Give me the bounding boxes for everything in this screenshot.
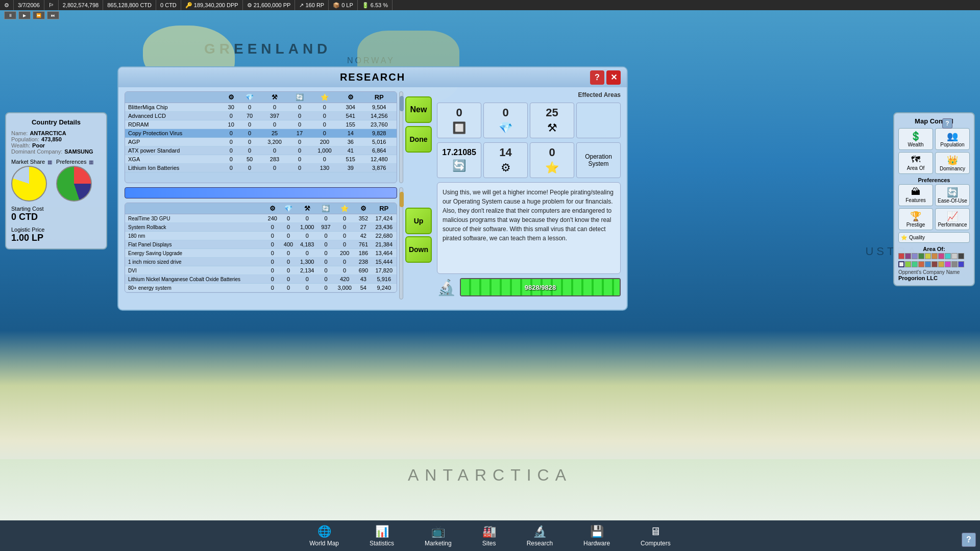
cell-c3: 0 xyxy=(297,249,318,258)
skip-button[interactable]: ⏭ xyxy=(47,11,59,19)
cell-c6: 42 xyxy=(355,232,371,240)
done-button[interactable]: Done xyxy=(405,126,432,153)
bottom-table-row-4[interactable]: Energy Saving Upgrade 0 0 0 0 200 186 13… xyxy=(125,249,397,258)
features-btn[interactable]: 🏔 Features xyxy=(898,184,933,206)
help-button-bottom[interactable]: ? xyxy=(962,533,976,547)
cell-c1: 0 xyxy=(223,155,239,164)
prestige-icon: 🏆 xyxy=(901,211,930,222)
color-lgreen[interactable] xyxy=(905,261,911,267)
up-button[interactable]: Up xyxy=(405,208,432,234)
help-button[interactable]: ? xyxy=(590,70,604,85)
computers-btn[interactable]: 🖥 Computers xyxy=(641,525,671,547)
settings-icon[interactable]: ⚙ xyxy=(0,0,14,10)
map-control-help[interactable]: ? xyxy=(942,118,952,129)
color-gray[interactable] xyxy=(951,261,958,267)
bottom-table-container: ⚙ 💎 ⚒ 🔄 ⭐ ⚙ RP RealTim xyxy=(125,203,397,293)
top-table-row-5[interactable]: ATX power Standard 0 0 0 0 1,000 41 6,86… xyxy=(125,146,397,155)
bottom-table-row-1[interactable]: System Rollback 0 0 1,000 937 0 27 23,43… xyxy=(125,223,397,232)
bottom-table-row-0[interactable]: RealTime 3D GPU 240 0 0 0 0 352 17,424 xyxy=(125,214,397,223)
area-btn[interactable]: 🗺 Area Of xyxy=(898,152,933,174)
cell-c6: 761 xyxy=(355,240,371,249)
performance-btn[interactable]: 📈 Performance xyxy=(935,208,970,230)
battery-icon: 🔋 xyxy=(362,2,369,9)
color-magenta[interactable] xyxy=(945,261,951,267)
prestige-btn[interactable]: 🏆 Prestige xyxy=(898,208,933,230)
th-star: ⭐ xyxy=(310,92,339,103)
close-button[interactable]: ✕ xyxy=(606,70,621,85)
top-table-row-7[interactable]: Lithium Ion Batteries 0 0 0 0 130 39 3,8… xyxy=(125,164,397,172)
color-blue[interactable] xyxy=(912,253,918,259)
statistics-btn[interactable]: 📊 Statistics xyxy=(370,525,394,547)
color-white[interactable] xyxy=(951,253,958,259)
top-table-row-1[interactable]: Advanced LCD 0 70 397 0 0 541 14,256 xyxy=(125,112,397,120)
bottom-table-row-8[interactable]: 80+ energy system 0 0 0 0 3,000 54 9,240 xyxy=(125,284,397,292)
top-scrollbar[interactable] xyxy=(399,91,403,183)
population-btn[interactable]: 👥 Population xyxy=(935,128,970,150)
color-red[interactable] xyxy=(898,253,904,259)
top-table-body: BlitterMiga Chip 30 0 0 0 0 304 9,504 Ad… xyxy=(125,103,397,172)
color-dark[interactable] xyxy=(958,253,964,259)
color-orange[interactable] xyxy=(932,253,938,259)
cell-c4: 0 xyxy=(289,103,309,112)
new-button[interactable]: New xyxy=(405,96,432,123)
color-teal[interactable] xyxy=(912,261,918,267)
bottom-table-row-2[interactable]: 180 nm 0 0 0 0 0 42 22,680 xyxy=(125,232,397,240)
world-map-btn[interactable]: 🌐 World Map xyxy=(309,525,339,547)
fast-forward-button[interactable]: ⏩ xyxy=(33,11,45,19)
bottom-table-row-6[interactable]: DVI 0 0 2,134 0 0 690 17,820 xyxy=(125,266,397,275)
grid-icon-market[interactable]: ▦ xyxy=(47,159,52,165)
cell-c4: 0 xyxy=(318,266,334,275)
antarctica-label: ANTARCTICA xyxy=(408,466,572,485)
top-table-row-3[interactable]: Copy Protection Virus 0 0 25 17 0 14 9,8… xyxy=(125,129,397,138)
cell-c7: 5,016 xyxy=(361,138,397,146)
cell-c2: 400 xyxy=(280,240,296,249)
marketing-btn[interactable]: 📺 Marketing xyxy=(425,525,452,547)
color-pink[interactable] xyxy=(938,253,944,259)
bottom-scrollbar[interactable] xyxy=(399,187,403,299)
color-gold[interactable] xyxy=(938,261,944,267)
bottom-table-row-3[interactable]: Flat Panel Displays 0 400 4,183 0 0 761 … xyxy=(125,240,397,249)
color-selected[interactable] xyxy=(898,261,904,267)
bottom-table-row-5[interactable]: 1 inch micro sized drive 0 0 1,300 0 0 2… xyxy=(125,258,397,266)
top-table-row-6[interactable]: XGA 0 50 283 0 0 515 12,480 xyxy=(125,155,397,164)
research-left: ⚙ 💎 ⚒ 🔄 ⭐ ⚙ RP BlitterMiga Chip 30 xyxy=(125,91,432,299)
color-brown[interactable] xyxy=(932,261,938,267)
pause-button[interactable]: ⏸ xyxy=(4,11,16,19)
color-cyan[interactable] xyxy=(945,253,951,259)
top-scrollbar-thumb xyxy=(400,96,404,111)
bth-anvil: ⚒ xyxy=(297,203,318,214)
color-rust[interactable] xyxy=(918,261,924,267)
quality-btn[interactable]: ⭐ Quality xyxy=(898,232,970,243)
down-button[interactable]: Down xyxy=(405,236,432,263)
top-table-row-4[interactable]: AGP 0 0 3,200 0 200 36 5,016 xyxy=(125,138,397,146)
dominancy-btn[interactable]: 👑 Dominancy xyxy=(935,152,970,174)
rp-icon: ↗ xyxy=(299,2,304,9)
country-details-title: Country Details xyxy=(11,118,101,126)
progress-input[interactable]: 139/17424 xyxy=(125,187,397,198)
hardware-btn[interactable]: 💾 Hardware xyxy=(583,525,610,547)
cell-name: BlitterMiga Chip xyxy=(125,103,223,112)
market-share-chart xyxy=(11,166,47,202)
top-table-row-2[interactable]: RDRAM 10 0 0 0 0 155 23,760 xyxy=(125,120,397,129)
color-green[interactable] xyxy=(918,253,924,259)
cell-c3: 0 xyxy=(260,103,289,112)
color-lblue[interactable] xyxy=(925,261,931,267)
research-btn[interactable]: 🔬 Research xyxy=(527,525,553,547)
color-yellow[interactable] xyxy=(925,253,931,259)
microscope-icon: 🔬 xyxy=(437,279,456,296)
bth-rp: RP xyxy=(372,203,397,214)
top-table-row-0[interactable]: BlitterMiga Chip 30 0 0 0 0 304 9,504 xyxy=(125,103,397,112)
sites-btn[interactable]: 🏭 Sites xyxy=(482,525,496,547)
grid-icon-pref[interactable]: ▦ xyxy=(89,159,93,165)
color-purple[interactable] xyxy=(905,253,911,259)
stat-cell-2: 0 💎 xyxy=(483,103,528,138)
ease-btn[interactable]: 🔄 Ease-Of-Use xyxy=(935,184,970,206)
progress-bar-container: 9828/9828 xyxy=(460,278,621,296)
color-navy[interactable] xyxy=(958,261,964,267)
th-cog: ⚙ xyxy=(339,92,361,103)
bottom-table-row-7[interactable]: Lithium Nickel Manganese Cobalt Oxide Ba… xyxy=(125,275,397,284)
wealth-btn[interactable]: 💲 Wealth xyxy=(898,128,933,150)
play-button[interactable]: ▶ xyxy=(18,11,31,19)
lp-display: 📦 0 LP xyxy=(329,0,358,10)
cell-c5: 0 xyxy=(310,155,339,164)
